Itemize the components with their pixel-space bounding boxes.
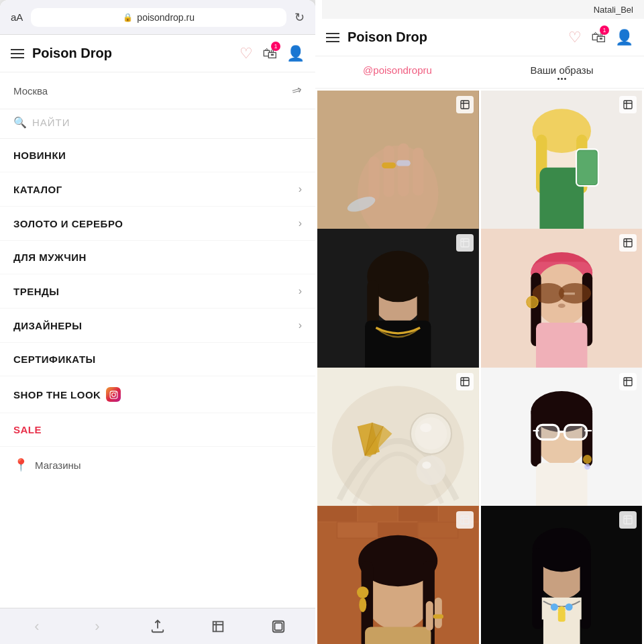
image-grid	[315, 89, 644, 644]
safari-forward-button[interactable]: ›	[83, 612, 112, 641]
username-bar: Natali_Bel	[322, 0, 644, 19]
grid-item-7[interactable]	[317, 506, 479, 644]
safari-back-button[interactable]: ‹	[22, 612, 52, 641]
tab-label-instagram: @poisondropru	[363, 64, 432, 76]
svg-rect-60	[537, 425, 559, 439]
stores-label: Магазины	[35, 460, 81, 471]
menu-item-sertifikaty[interactable]: СЕРТИФИКАТЫ	[0, 343, 315, 376]
svg-rect-54	[461, 378, 469, 386]
overlay-icon-7	[456, 511, 474, 529]
hamburger-line-2	[326, 37, 339, 38]
dark-necklace2-image	[481, 506, 643, 644]
right-panel: Poison Drop ♡ 🛍 1 👤 @poisondropru Ваши о…	[315, 0, 644, 644]
grid-item-2[interactable]	[481, 91, 643, 252]
svg-rect-100	[624, 516, 632, 524]
svg-rect-64	[584, 429, 592, 431]
grid-item-8[interactable]	[481, 506, 643, 644]
svg-rect-86	[433, 614, 443, 619]
svg-rect-72	[398, 506, 438, 522]
grid-item-4[interactable]	[481, 229, 643, 390]
svg-rect-24	[578, 151, 596, 184]
svg-rect-74	[337, 522, 378, 538]
svg-rect-15	[461, 101, 469, 109]
menu-item-shop-the-look[interactable]: SHOP THE LOOK	[0, 376, 315, 413]
tab-your-looks[interactable]: Ваши образы	[480, 56, 644, 88]
user-icon-right[interactable]: 👤	[615, 29, 633, 46]
menu-item-novinki[interactable]: НОВИНКИ	[0, 139, 315, 172]
overlay-icon-8	[619, 511, 637, 529]
location-text: Москва	[13, 85, 48, 97]
user-icon-left[interactable]: 👤	[286, 45, 305, 62]
lock-icon: 🔒	[123, 13, 133, 22]
hamburger-line-3	[326, 41, 339, 42]
menu-item-trendy[interactable]: ТРЕНДЫ ›	[0, 274, 315, 309]
tab-dots	[480, 78, 644, 80]
svg-rect-10	[398, 144, 409, 197]
svg-rect-84	[426, 601, 433, 631]
svg-rect-76	[418, 522, 458, 538]
cart-badge-right: 1	[600, 25, 609, 35]
search-placeholder: НАЙТИ	[32, 117, 70, 128]
overlay-icon-2	[619, 96, 637, 113]
chevron-right-icon: ›	[299, 217, 302, 229]
safari-share-button[interactable]	[143, 612, 172, 641]
blonde-mirror-image	[481, 91, 643, 252]
svg-rect-61	[564, 425, 586, 439]
svg-rect-9	[383, 146, 394, 197]
wishlist-icon-right[interactable]: ♡	[568, 29, 582, 46]
menu-item-label: ЗОЛОТО И СЕРЕБРО	[13, 218, 123, 229]
safari-bottom-nav: ‹ ›	[0, 608, 315, 644]
overlay-icon-5	[456, 373, 474, 390]
svg-rect-91	[532, 548, 543, 629]
left-panel: aA 🔒 poisondrop.ru ↻ Poison Drop ♡ 🛍 1 👤…	[0, 0, 315, 644]
tab-poisondropru[interactable]: @poisondropru	[315, 56, 480, 88]
safari-tabs-button[interactable]	[264, 612, 293, 641]
safari-aa-label[interactable]: aA	[11, 11, 23, 23]
svg-rect-68	[624, 378, 632, 386]
menu-item-sale[interactable]: SALE	[0, 413, 315, 447]
location-arrow-icon: ⇗	[289, 82, 305, 100]
app-title-left: Poison Drop	[32, 46, 231, 61]
cart-button-left[interactable]: 🛍 1	[262, 45, 277, 62]
menu-item-men[interactable]: ДЛЯ МУЖЧИН	[0, 241, 315, 274]
cart-badge-left: 1	[271, 42, 280, 51]
menu-item-dizainery[interactable]: ДИЗАЙНЕРЫ ›	[0, 309, 315, 343]
wishlist-icon[interactable]: ♡	[239, 45, 253, 62]
search-icon: 🔍	[13, 116, 27, 129]
svg-point-81	[357, 586, 368, 598]
overlay-icon-4	[619, 234, 637, 252]
svg-point-2	[115, 392, 117, 393]
header-icons-right: ♡ 🛍 1 👤	[568, 29, 633, 46]
username-label: Natali_Bel	[594, 5, 633, 15]
svg-rect-99	[557, 610, 565, 621]
search-bar[interactable]: 🔍 НАЙТИ	[0, 109, 315, 139]
grid-item-6[interactable]	[481, 368, 643, 529]
menu-item-zoloto[interactable]: ЗОЛОТО И СЕРЕБРО ›	[0, 207, 315, 241]
overlay-icon-3	[456, 234, 474, 252]
hamburger-button-right[interactable]	[326, 33, 339, 42]
grid-item-5[interactable]	[317, 368, 479, 529]
grid-item-1[interactable]	[317, 91, 479, 252]
svg-point-66	[582, 455, 591, 464]
safari-bookmarks-button[interactable]	[203, 612, 233, 641]
svg-point-96	[550, 603, 557, 610]
location-bar[interactable]: Москва ⇗	[0, 72, 315, 109]
svg-rect-32	[461, 239, 469, 247]
svg-rect-8	[369, 156, 380, 201]
sale-label: SALE	[13, 424, 42, 435]
grid-item-3[interactable]	[317, 229, 479, 390]
chevron-right-icon: ›	[299, 319, 302, 331]
menu-item-label: СЕРТИФИКАТЫ	[13, 354, 96, 365]
hamburger-button[interactable]	[11, 49, 24, 58]
address-pill[interactable]: 🔒 poisondrop.ru	[31, 8, 286, 27]
menu-item-katalog[interactable]: КАТАЛОГ ›	[0, 172, 315, 207]
menu-item-label: КАТАЛОГ	[13, 184, 62, 195]
cart-button-right[interactable]: 🛍 1	[591, 29, 606, 46]
dot-1	[557, 78, 559, 80]
stores-row[interactable]: 📍 Магазины	[0, 447, 315, 483]
refresh-icon[interactable]: ↻	[294, 10, 305, 25]
tab-label-looks: Ваши образы	[530, 64, 593, 76]
svg-rect-45	[624, 239, 632, 247]
svg-point-98	[565, 603, 572, 610]
menu-item-label: ТРЕНДЫ	[13, 286, 59, 297]
